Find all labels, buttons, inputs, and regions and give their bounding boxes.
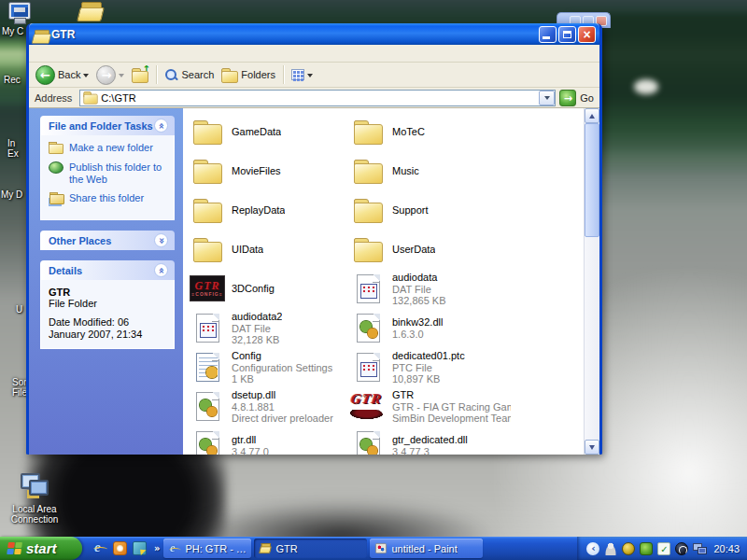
address-dropdown-button[interactable] xyxy=(539,91,555,105)
details-header[interactable]: Details xyxy=(40,260,175,280)
file-tile[interactable]: MovieFiles xyxy=(190,152,350,189)
file-grid[interactable]: GameData MoTeC MovieFiles Music ReplayDa… xyxy=(183,108,584,455)
menu-item[interactable] xyxy=(31,51,46,55)
desktop-label-recycle[interactable]: Rec xyxy=(4,75,26,85)
menu-item[interactable] xyxy=(91,51,106,55)
views-dropdown-icon[interactable] xyxy=(307,74,313,80)
messenger-icon[interactable] xyxy=(640,542,653,555)
vertical-scrollbar[interactable] xyxy=(584,108,599,455)
taskbar-task-button[interactable]: untitled - Paint xyxy=(370,539,483,558)
file-tile[interactable]: dsetup.dll 4.8.1.881 Direct driver prelo… xyxy=(190,387,350,425)
back-dropdown-icon[interactable] xyxy=(83,74,89,80)
menu-item[interactable] xyxy=(61,51,76,55)
file-tile[interactable]: audiodata DAT File 132,865 KB xyxy=(350,270,511,307)
windows-logo-icon xyxy=(7,542,22,555)
file-tile[interactable]: GTR GTR - FIA GT Racing Game SimBin Deve… xyxy=(350,387,511,425)
file-tile[interactable]: UIData xyxy=(190,231,350,268)
forward-dropdown-icon[interactable] xyxy=(119,74,124,80)
maximize-button[interactable] xyxy=(558,26,576,43)
desktop-label-u[interactable]: U xyxy=(16,304,26,315)
search-label: Search xyxy=(181,69,214,80)
desktop-label-my-documents[interactable]: My D xyxy=(1,189,26,200)
ie-icon[interactable] xyxy=(93,541,107,555)
minimize-button[interactable] xyxy=(539,26,557,43)
media-player-icon[interactable] xyxy=(675,542,688,555)
file-tile[interactable]: Config Configuration Settings 1 KB xyxy=(190,348,350,385)
desktop-icon-folder[interactable] xyxy=(78,1,104,22)
search-button[interactable]: Search xyxy=(162,68,217,82)
chevron-down-icon[interactable] xyxy=(154,233,168,247)
desktop-label-sony-file[interactable]: Sony File xyxy=(12,377,26,398)
taskbar-task-button[interactable]: PH: GTR - Windows I... xyxy=(163,539,251,558)
desktop-icon-local-area-connection[interactable] xyxy=(19,471,49,499)
up-button[interactable]: ↑ xyxy=(129,68,151,82)
window-titlebar[interactable]: GTR xyxy=(29,23,599,45)
file-tile[interactable]: gtr_dedicated.dll 3.4.77.3 xyxy=(350,427,511,455)
up-arrow-icon: ↑ xyxy=(142,64,150,75)
file-tile[interactable]: GameData xyxy=(190,113,350,150)
go-button[interactable] xyxy=(559,90,576,106)
folders-icon xyxy=(221,68,238,82)
menu-item[interactable] xyxy=(76,51,91,55)
minimize-icon xyxy=(543,36,550,39)
chevron-up-icon[interactable] xyxy=(154,119,168,133)
desktop-label-local-area-connection[interactable]: Local Area Connection xyxy=(6,504,63,525)
search-icon xyxy=(164,68,178,82)
menu-item[interactable] xyxy=(46,51,61,55)
network-connection-icon xyxy=(19,471,49,499)
folder-icon xyxy=(353,197,384,224)
task-link[interactable]: Publish this folder to the Web xyxy=(49,161,168,186)
collapse-chevron-icon[interactable] xyxy=(586,542,599,555)
address-value: C:\GTR xyxy=(101,92,539,104)
scroll-down-button[interactable] xyxy=(585,440,599,455)
address-label: Address xyxy=(31,92,76,104)
address-input[interactable]: C:\GTR xyxy=(79,90,556,106)
desktop-label-my-computer[interactable]: My C xyxy=(2,26,28,36)
security-check-icon[interactable] xyxy=(657,542,670,555)
scroll-up-button[interactable] xyxy=(585,108,599,123)
scrollbar-track[interactable] xyxy=(585,123,599,440)
views-icon xyxy=(291,69,304,80)
globe-icon[interactable] xyxy=(622,542,635,555)
other-places-header[interactable]: Other Places xyxy=(40,231,175,250)
file-tile[interactable]: MoTeC xyxy=(350,113,511,150)
other-places-panel: Other Places xyxy=(40,231,175,250)
taskbar-task-button[interactable]: GTR xyxy=(254,539,367,558)
file-tile[interactable]: 3DConfig xyxy=(190,270,350,307)
scrollbar-thumb[interactable] xyxy=(585,123,599,237)
menu-item[interactable] xyxy=(106,51,120,55)
user-icon[interactable] xyxy=(604,542,617,555)
config-icon xyxy=(196,353,219,382)
file-tile[interactable]: Support xyxy=(350,191,511,229)
back-button[interactable]: Back xyxy=(33,65,92,85)
file-tile[interactable]: dedicated01.ptc PTC File 10,897 KB xyxy=(350,348,511,385)
chevron-up-icon[interactable] xyxy=(154,263,168,277)
back-label: Back xyxy=(58,69,80,80)
file-tile[interactable]: UserData xyxy=(350,231,511,268)
file-tile[interactable]: Music xyxy=(350,152,511,189)
file-folder-tasks-header[interactable]: File and Folder Tasks xyxy=(40,116,175,135)
taskbar-clock[interactable]: 20:43 xyxy=(713,543,740,554)
task-link[interactable]: Share this folder xyxy=(49,192,168,205)
task-link[interactable]: Make a new folder xyxy=(49,142,168,155)
close-button[interactable] xyxy=(578,26,596,43)
views-button[interactable] xyxy=(289,69,316,80)
task-pane: File and Folder Tasks Make a new folder … xyxy=(29,108,183,455)
forward-button[interactable] xyxy=(93,65,127,85)
start-button[interactable]: start xyxy=(0,537,82,560)
file-tile[interactable]: gtr.dll 3.4.77.0 xyxy=(190,427,350,455)
explorer-window: GTR Back ↑ Search xyxy=(26,23,602,455)
network-icon[interactable] xyxy=(693,542,706,555)
file-tile[interactable]: audiodata2 DAT File 32,128 KB xyxy=(190,309,350,346)
media-icon[interactable] xyxy=(113,541,127,555)
folders-button[interactable]: Folders xyxy=(218,68,278,82)
folder-icon xyxy=(192,158,223,185)
file-tile[interactable]: binkw32.dll 1.6.3.0 xyxy=(350,309,511,346)
desktop-label-internet[interactable]: In Ex xyxy=(7,138,26,159)
details-type: File Folder xyxy=(49,298,168,309)
file-tile[interactable]: ReplayData xyxy=(190,191,350,229)
show-desktop-icon[interactable] xyxy=(133,541,147,555)
window-folder-icon xyxy=(33,29,50,45)
desktop-icon-my-computer[interactable] xyxy=(7,2,32,24)
panel-title: Details xyxy=(49,265,82,276)
